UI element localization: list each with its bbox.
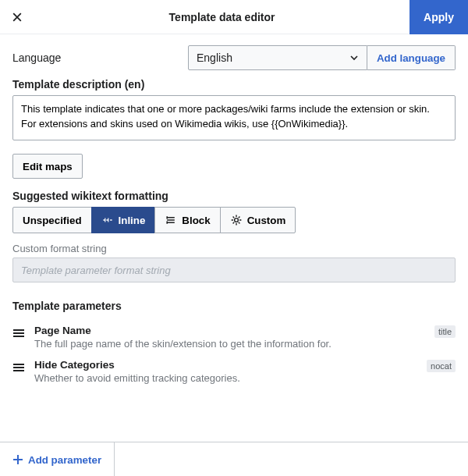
format-custom-button[interactable]: Custom	[220, 207, 296, 233]
format-inline-label: Inline	[119, 215, 146, 226]
parameter-badge: nocat	[427, 360, 456, 372]
formatting-label: Suggested wikitext formatting	[12, 190, 456, 202]
parameters-section: Template parameters Page Name The full p…	[12, 300, 456, 389]
parameter-name: Hide Categories	[34, 359, 419, 371]
svg-point-0	[234, 218, 238, 222]
parameter-badge: title	[434, 325, 456, 338]
dialog-content: Language English Add language Template d…	[0, 34, 468, 442]
parameter-item: Page Name The full page name of the skin…	[12, 320, 456, 354]
parameter-body[interactable]: Page Name The full page name of the skin…	[34, 325, 427, 350]
gear-icon	[230, 214, 243, 226]
dialog-header: Template data editor Apply	[0, 0, 468, 34]
format-block-button[interactable]: Block	[154, 207, 220, 233]
add-parameter-label: Add parameter	[28, 454, 101, 466]
inline-icon	[101, 214, 114, 226]
chevron-down-icon	[349, 53, 359, 62]
plus-icon	[12, 454, 23, 465]
format-inline-button[interactable]: Inline	[91, 207, 156, 233]
formatting-section: Suggested wikitext formatting Unspecifie…	[12, 190, 456, 282]
close-icon	[11, 11, 23, 23]
parameters-list: Page Name The full page name of the skin…	[12, 320, 456, 389]
description-label: Template description (en)	[12, 78, 456, 91]
parameter-item: Hide Categories Whether to avoid emittin…	[12, 354, 456, 389]
add-parameter-button[interactable]: Add parameter	[0, 442, 115, 476]
parameter-body[interactable]: Hide Categories Whether to avoid emittin…	[34, 359, 419, 384]
add-language-button[interactable]: Add language	[367, 45, 456, 70]
dialog-footer: Add parameter	[0, 442, 468, 476]
format-unspecified-button[interactable]: Unspecified	[12, 207, 92, 233]
edit-maps-button[interactable]: Edit maps	[12, 154, 83, 179]
parameter-desc: Whether to avoid emitting tracking categ…	[34, 372, 419, 384]
parameter-name: Page Name	[34, 325, 427, 336]
description-textarea[interactable]	[12, 95, 456, 140]
parameter-desc: The full page name of the skin/extension…	[34, 338, 427, 350]
format-custom-label: Custom	[247, 215, 286, 226]
language-select[interactable]: English	[188, 45, 367, 70]
close-button[interactable]	[0, 0, 34, 34]
language-value: English	[197, 52, 232, 64]
parameters-label: Template parameters	[12, 300, 456, 312]
custom-format-input[interactable]	[12, 258, 456, 282]
format-block-label: Block	[182, 215, 210, 226]
formatting-toggle-group: Unspecified Inline Block Custom	[12, 207, 456, 233]
drag-handle[interactable]	[12, 359, 27, 375]
language-row: Language English Add language	[12, 45, 456, 70]
custom-format-label: Custom format string	[12, 243, 456, 254]
apply-button[interactable]: Apply	[410, 0, 468, 34]
drag-icon	[12, 363, 25, 372]
drag-icon	[12, 329, 25, 338]
language-label: Language	[12, 52, 188, 64]
drag-handle[interactable]	[12, 325, 27, 340]
block-icon	[165, 214, 177, 226]
format-unspecified-label: Unspecified	[23, 215, 82, 226]
dialog-title: Template data editor	[34, 11, 410, 23]
